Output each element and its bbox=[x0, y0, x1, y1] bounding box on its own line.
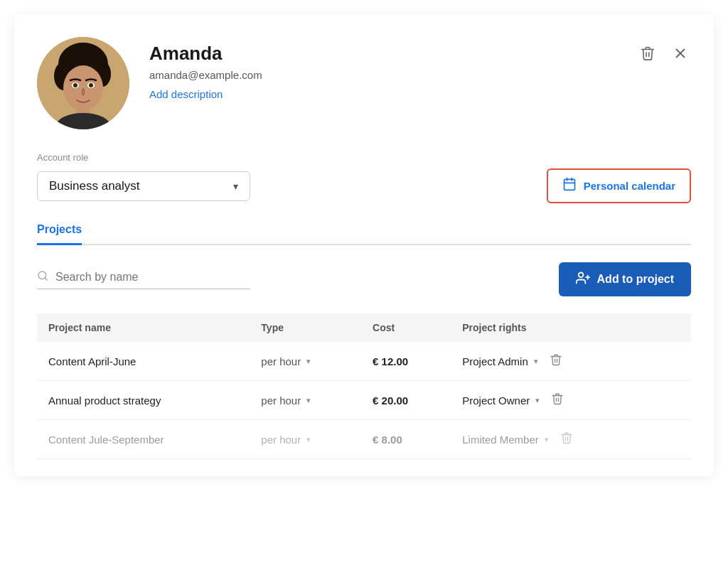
add-description-link[interactable]: Add description bbox=[149, 88, 223, 100]
type-value: per hour bbox=[261, 394, 301, 407]
role-row: Business analyst ▾ Personal calendar bbox=[37, 168, 691, 203]
cell-type: per hour ▾ bbox=[250, 420, 361, 459]
add-project-label: Add to project bbox=[597, 273, 674, 286]
delete-profile-button[interactable] bbox=[637, 43, 658, 67]
type-dropdown-arrow-icon[interactable]: ▾ bbox=[306, 435, 311, 444]
personal-calendar-button[interactable]: Personal calendar bbox=[547, 168, 691, 203]
table-body: Content April-June per hour ▾ € 12.00 Pr… bbox=[37, 342, 691, 459]
col-project-rights: Project rights bbox=[451, 313, 656, 342]
type-value: per hour bbox=[261, 355, 301, 367]
rights-dropdown-arrow-icon[interactable]: ▾ bbox=[535, 396, 540, 405]
table-row: Annual product strategy per hour ▾ € 20.… bbox=[37, 381, 691, 420]
add-to-project-button[interactable]: Add to project bbox=[559, 262, 691, 296]
cell-cost: € 20.00 bbox=[361, 381, 451, 420]
rights-dropdown-arrow-icon[interactable]: ▾ bbox=[545, 435, 549, 444]
cell-project-name: Annual product strategy bbox=[37, 381, 250, 420]
delete-row-button[interactable] bbox=[550, 353, 562, 369]
rights-value: Project Owner bbox=[462, 394, 530, 407]
profile-email: amanda@example.com bbox=[149, 69, 637, 81]
type-value: per hour bbox=[261, 434, 301, 446]
personal-calendar-label: Personal calendar bbox=[584, 180, 675, 192]
svg-rect-14 bbox=[564, 179, 574, 190]
user-profile-panel: Amanda amanda@example.com Add descriptio… bbox=[14, 14, 714, 476]
svg-point-11 bbox=[89, 83, 93, 87]
type-dropdown-arrow-icon[interactable]: ▾ bbox=[306, 357, 311, 366]
cell-cost: € 12.00 bbox=[361, 342, 451, 381]
projects-tab-bar: Projects bbox=[37, 223, 691, 245]
col-actions bbox=[656, 313, 691, 342]
role-selected-value: Business analyst bbox=[49, 179, 140, 193]
account-role-label: Account role bbox=[37, 152, 691, 163]
role-dropdown-arrow-icon: ▾ bbox=[233, 181, 238, 192]
header-actions bbox=[637, 37, 691, 67]
table-row: Content Jule-September per hour ▾ € 8.00… bbox=[37, 420, 691, 459]
profile-info: Amanda amanda@example.com Add descriptio… bbox=[149, 37, 637, 101]
projects-table: Project name Type Cost Project rights Co… bbox=[37, 313, 691, 459]
cell-project-name: Content Jule-September bbox=[37, 420, 250, 459]
close-panel-button[interactable] bbox=[670, 43, 691, 67]
cell-project-name: Content April-June bbox=[37, 342, 250, 381]
account-role-section: Account role Business analyst ▾ Personal… bbox=[37, 152, 691, 203]
account-role-dropdown[interactable]: Business analyst ▾ bbox=[37, 171, 250, 201]
avatar bbox=[37, 37, 129, 129]
table-row: Content April-June per hour ▾ € 12.00 Pr… bbox=[37, 342, 691, 381]
rights-value: Project Admin bbox=[462, 355, 528, 367]
calendar-icon bbox=[562, 177, 577, 195]
delete-row-button[interactable] bbox=[551, 392, 564, 408]
col-project-name: Project name bbox=[37, 313, 250, 342]
delete-row-button[interactable] bbox=[560, 431, 573, 447]
search-icon bbox=[37, 270, 48, 284]
svg-point-10 bbox=[73, 83, 77, 87]
cell-rights: Project Owner ▾ bbox=[451, 381, 656, 420]
cell-type: per hour ▾ bbox=[250, 381, 361, 420]
tab-projects[interactable]: Projects bbox=[37, 223, 82, 245]
add-project-icon bbox=[576, 271, 590, 288]
profile-header: Amanda amanda@example.com Add descriptio… bbox=[37, 37, 691, 129]
cell-cost: € 8.00 bbox=[361, 420, 451, 459]
rights-dropdown-arrow-icon[interactable]: ▾ bbox=[534, 357, 538, 366]
svg-line-19 bbox=[45, 278, 47, 280]
cell-rights: Project Admin ▾ bbox=[451, 342, 656, 381]
profile-name: Amanda bbox=[149, 43, 637, 65]
search-input[interactable] bbox=[55, 271, 250, 284]
col-cost: Cost bbox=[361, 313, 451, 342]
svg-point-20 bbox=[578, 273, 583, 278]
table-header: Project name Type Cost Project rights bbox=[37, 313, 691, 342]
col-type: Type bbox=[250, 313, 361, 342]
search-add-row: Add to project bbox=[37, 262, 691, 296]
type-dropdown-arrow-icon[interactable]: ▾ bbox=[306, 396, 311, 405]
rights-value: Limited Member bbox=[462, 434, 539, 446]
search-wrapper bbox=[37, 270, 250, 289]
cell-rights: Limited Member ▾ bbox=[451, 420, 656, 459]
cell-type: per hour ▾ bbox=[250, 342, 361, 381]
